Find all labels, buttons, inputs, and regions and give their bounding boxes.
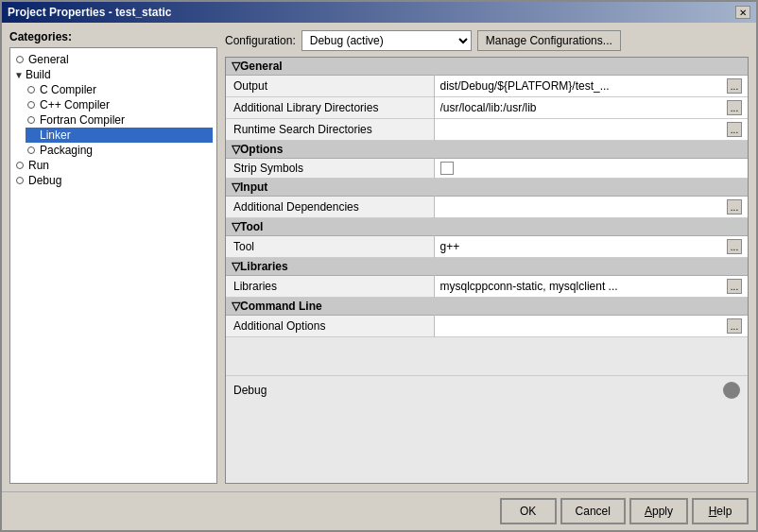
additional-dependencies-ellipsis-button[interactable]: ... (727, 199, 742, 215)
libraries-ellipsis-button[interactable]: ... (727, 279, 742, 294)
sidebar-item-label: C Compiler (40, 83, 96, 96)
main-content: Categories: General ▼ Build (2, 23, 756, 491)
output-ellipsis-button[interactable]: ... (727, 78, 742, 94)
prop-name-output: Output (226, 76, 434, 97)
help-rest: elp (716, 505, 732, 518)
section-general: ▽General (226, 58, 748, 76)
prop-value-strip-symbols[interactable] (434, 159, 748, 179)
table-row: Additional Dependencies ... (226, 197, 748, 218)
tool-value-text: g++ (440, 240, 724, 253)
debug-label: Debug (233, 384, 267, 397)
properties-table: ▽General Output dist/Debug/${PLATFORM}/t… (226, 58, 748, 337)
sidebar-item-label: Packaging (40, 144, 93, 157)
circle-icon (16, 162, 24, 169)
runtime-search-dirs-ellipsis-button[interactable]: ... (727, 122, 742, 137)
tool-ellipsis-button[interactable]: ... (727, 239, 742, 254)
prop-value-output[interactable]: dist/Debug/${PLATFORM}/test_... ... (434, 76, 748, 97)
section-input: ▽Input (226, 179, 748, 197)
prop-name-runtime-search-dirs: Runtime Search Directories (226, 119, 434, 141)
table-row: Output dist/Debug/${PLATFORM}/test_... .… (226, 76, 748, 97)
apply-underline: A (645, 505, 652, 518)
prop-name-additional-options: Additional Options (226, 316, 434, 337)
sidebar-item-build[interactable]: ▼ Build (14, 67, 213, 82)
sidebar-item-label: Fortran Compiler (40, 113, 125, 127)
cancel-button[interactable]: Cancel (560, 498, 626, 524)
right-panel: Configuration: Debug (active) Manage Con… (225, 30, 749, 484)
close-button[interactable]: ✕ (735, 6, 750, 19)
additional-library-dirs-ellipsis-button[interactable]: ... (727, 100, 742, 115)
sidebar-item-run[interactable]: Run (14, 158, 213, 173)
window-title: Project Properties - test_static (8, 6, 171, 19)
table-row: Strip Symbols (226, 159, 748, 179)
additional-library-dirs-value-text: /usr/local/lib:/usr/lib (440, 101, 724, 114)
sidebar-item-label: Build (26, 68, 51, 81)
sidebar-item-linker[interactable]: Linker (26, 128, 213, 143)
prop-name-libraries: Libraries (226, 276, 434, 298)
prop-name-additional-library-dirs: Additional Library Directories (226, 97, 434, 119)
sidebar-item-fortran-compiler[interactable]: Fortran Compiler (26, 112, 213, 128)
sidebar-item-packaging[interactable]: Packaging (26, 143, 213, 158)
prop-value-additional-options[interactable]: ... (434, 316, 748, 337)
section-options-label: ▽Options (226, 141, 748, 159)
additional-options-ellipsis-button[interactable]: ... (727, 318, 742, 334)
sidebar-item-c-compiler[interactable]: C Compiler (26, 82, 213, 97)
bullet-linker (26, 129, 37, 141)
section-tool: ▽Tool (226, 218, 748, 236)
sidebar-item-general[interactable]: General (14, 52, 213, 67)
table-row: Tool g++ ... (226, 236, 748, 258)
help-button[interactable]: Help (692, 498, 749, 524)
prop-name-additional-dependencies: Additional Dependencies (226, 197, 434, 218)
section-libraries: ▽Libraries (226, 258, 748, 276)
circle-icon (27, 146, 35, 154)
prop-name-strip-symbols: Strip Symbols (226, 159, 434, 179)
sidebar-item-cpp-compiler[interactable]: C++ Compiler (26, 97, 213, 112)
configuration-select[interactable]: Debug (active) (301, 30, 472, 51)
bullet-run (14, 160, 26, 171)
circle-icon (27, 86, 35, 94)
table-row: Additional Library Directories /usr/loca… (226, 97, 748, 119)
table-row: Runtime Search Directories ... (226, 119, 748, 141)
circle-icon (27, 101, 35, 109)
prop-value-runtime-search-dirs[interactable]: ... (434, 119, 748, 141)
properties-panel: ▽General Output dist/Debug/${PLATFORM}/t… (225, 57, 749, 484)
config-label: Configuration: (225, 34, 296, 47)
sidebar-item-label: Linker (40, 129, 71, 142)
prop-value-additional-dependencies[interactable]: ... (434, 197, 748, 218)
bullet-c-compiler (26, 84, 37, 95)
config-bar: Configuration: Debug (active) Manage Con… (225, 30, 749, 51)
section-options: ▽Options (226, 141, 748, 159)
bullet-general (14, 54, 26, 65)
expand-icon: ▼ (14, 70, 24, 80)
bottom-button-bar: OK Cancel Apply Help (2, 491, 756, 530)
bullet-cpp-compiler (26, 99, 37, 111)
manage-configurations-button[interactable]: Manage Configurations... (477, 30, 621, 51)
left-panel: Categories: General ▼ Build (9, 30, 217, 484)
sidebar-item-debug[interactable]: Debug (14, 173, 213, 188)
table-row: Libraries mysqlcppconn-static, mysqlclie… (226, 276, 748, 298)
prop-value-additional-library-dirs[interactable]: /usr/local/lib:/usr/lib ... (434, 97, 748, 119)
table-row: Additional Options ... (226, 316, 748, 337)
sidebar-item-label: Debug (28, 174, 61, 187)
ok-button[interactable]: OK (500, 498, 557, 524)
circle-icon (16, 56, 24, 63)
section-input-label: ▽Input (226, 179, 748, 197)
prop-name-tool: Tool (226, 236, 434, 258)
prop-value-tool[interactable]: g++ ... (434, 236, 748, 258)
categories-tree: General ▼ Build C Compiler (9, 47, 217, 484)
bullet-debug (14, 175, 26, 186)
strip-symbols-checkbox[interactable] (440, 162, 454, 175)
circle-icon (27, 116, 35, 124)
prop-value-libraries[interactable]: mysqlcppconn-static, mysqlclient ... ... (434, 276, 748, 298)
debug-section: Debug (226, 375, 748, 404)
apply-button[interactable]: Apply (629, 498, 688, 524)
categories-label: Categories: (9, 30, 217, 43)
sidebar-item-label: General (28, 53, 69, 66)
bullet-packaging (26, 145, 37, 156)
section-tool-label: ▽Tool (226, 218, 748, 236)
libraries-value-text: mysqlcppconn-static, mysqlclient ... (440, 280, 724, 293)
titlebar: Project Properties - test_static ✕ (2, 2, 756, 23)
section-libraries-label: ▽Libraries (226, 258, 748, 276)
main-window: Project Properties - test_static ✕ Categ… (0, 0, 758, 532)
output-value-text: dist/Debug/${PLATFORM}/test_... (440, 79, 724, 93)
debug-status-circle (723, 382, 740, 399)
